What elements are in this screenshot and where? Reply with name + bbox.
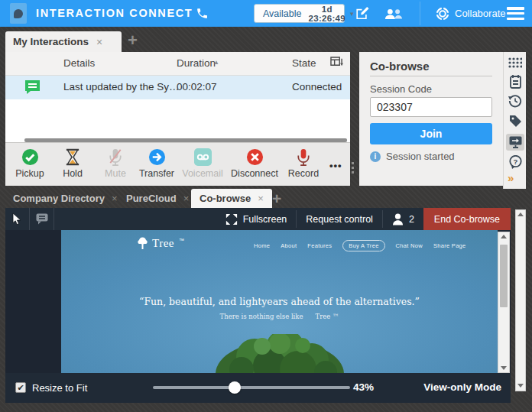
help-button[interactable]: ? (506, 154, 524, 170)
status-label: Available (263, 8, 302, 19)
collaborate-icon (436, 7, 449, 21)
page-tagline: “Fun, beautiful, and lightyears ahead of… (61, 296, 498, 307)
cobrowse-rail-button[interactable] (506, 134, 524, 151)
workspace-scrollbar[interactable] (515, 209, 526, 391)
page-brand: Tree (152, 237, 174, 250)
scroll-up-icon[interactable] (516, 212, 525, 216)
row-details: Last updated by the Sy… (63, 81, 180, 92)
close-icon[interactable]: × (183, 193, 190, 204)
status-timer: 1d 23:26:49 (309, 5, 345, 23)
column-duration[interactable]: Duration (177, 57, 216, 69)
tab-label: Company Directory (13, 193, 105, 204)
session-code-label: Session Code (370, 83, 432, 95)
nav-about[interactable]: About (281, 242, 297, 249)
column-picker-icon[interactable] (330, 57, 343, 69)
record-icon (296, 148, 311, 166)
column-details[interactable]: Details (63, 57, 95, 69)
collaborate-button[interactable]: Collaborate (428, 0, 514, 27)
pickup-label: Pickup (15, 168, 44, 179)
nav-share-page[interactable]: Share Page (433, 242, 466, 249)
disconnect-button[interactable]: Disconnect (235, 148, 274, 179)
resize-to-fit-checkbox[interactable]: ✔ (15, 382, 26, 393)
join-button[interactable]: Join (370, 123, 492, 144)
tag-icon (509, 115, 522, 128)
mute-label: Mute (105, 168, 126, 179)
add-tab-button[interactable]: + (128, 33, 138, 48)
clipboard-icon (510, 75, 521, 89)
cobrowse-side-panel: Co-browse Session Code Join i Session st… (359, 52, 503, 186)
cobrowse-toolbar: Fullscreen Request control 2 End Co-brow… (5, 208, 511, 230)
page-scrollbar[interactable] (498, 232, 510, 373)
record-button[interactable]: Record (284, 148, 323, 179)
call-controls-toolbar: Pickup Hold Mute Transfer Voicemail Disc… (5, 142, 350, 186)
request-control-button[interactable]: Request control (297, 208, 382, 230)
app-logo (10, 3, 27, 24)
zoom-slider-thumb[interactable] (229, 381, 241, 394)
add-tab-button[interactable]: + (272, 190, 281, 208)
zoom-value: 43% (353, 381, 374, 393)
mute-button: Mute (96, 148, 135, 179)
collapse-rail-button[interactable]: » (508, 171, 514, 184)
page-logo: Tree ™ (138, 237, 184, 250)
fullscreen-button[interactable]: Fullscreen (216, 208, 297, 230)
person-icon (392, 213, 404, 225)
pickup-button[interactable]: Pickup (10, 148, 50, 179)
request-control-label: Request control (306, 214, 373, 225)
directory-button[interactable] (382, 5, 405, 22)
status-selector[interactable]: Available 1d 23:26:49 ▾ (254, 4, 345, 23)
mute-icon (108, 148, 123, 166)
interaction-row[interactable]: Last updated by the Sy… 00:02:07 Connect… (5, 76, 350, 99)
hold-button[interactable]: Hold (53, 148, 92, 179)
transfer-button[interactable]: Transfer (137, 148, 177, 179)
tab-my-interactions[interactable]: My Interactions × (5, 31, 122, 52)
more-options-button[interactable]: ••• (329, 160, 342, 171)
primary-tab-strip: My Interactions × + (0, 27, 532, 52)
compose-icon (355, 7, 369, 21)
grid-header: Details Duration ▲ State (5, 52, 350, 76)
nav-home[interactable]: Home (254, 242, 270, 249)
history-button[interactable] (506, 92, 524, 109)
collaborate-label: Collaborate (455, 8, 506, 19)
pointer-tool-button[interactable] (5, 208, 30, 230)
chat-tool-button[interactable] (30, 208, 54, 230)
tab-label: Co-browse (200, 193, 251, 204)
end-cobrowse-button[interactable]: End Co-browse (423, 208, 511, 230)
shared-web-page: Tree ™ Home About Features Buy A Tree Ch… (61, 230, 498, 373)
resize-to-fit-label: Resize to Fit (32, 382, 87, 394)
disconnect-label: Disconnect (231, 168, 278, 179)
tab-label: My Interactions (13, 36, 89, 47)
scrollbar-thumb[interactable] (500, 245, 508, 307)
apps-button[interactable] (506, 54, 524, 71)
cobrowse-status-bar: ✔ Resize to Fit 43% View-only Mode (5, 373, 511, 403)
compose-button[interactable] (350, 5, 373, 22)
tab-cobrowse[interactable]: Co-browse × (191, 189, 272, 208)
zoom-slider-track[interactable] (153, 386, 350, 389)
scroll-down-icon[interactable] (498, 366, 509, 370)
tags-button[interactable] (506, 112, 524, 129)
close-icon[interactable]: × (258, 193, 264, 204)
nav-buy-a-tree[interactable]: Buy A Tree (342, 240, 384, 251)
apps-grid-icon (508, 57, 522, 68)
hold-icon (65, 148, 80, 166)
tab-purecloud[interactable]: PureCloud × (126, 189, 189, 208)
scroll-down-icon[interactable] (516, 384, 525, 388)
page-subline: There is nothing else likeTree ™ (61, 313, 498, 320)
column-state[interactable]: State (292, 57, 316, 69)
close-icon[interactable]: × (112, 193, 118, 204)
sort-asc-icon[interactable]: ▲ (213, 59, 219, 66)
voicemail-label: Voicemail (182, 168, 223, 179)
nav-features[interactable]: Features (307, 242, 332, 249)
close-icon[interactable]: × (96, 36, 102, 48)
help-icon: ? (509, 155, 522, 169)
notes-button[interactable] (506, 73, 524, 90)
menu-button[interactable] (507, 7, 524, 20)
tab-company-directory[interactable]: Company Directory × (13, 189, 118, 208)
session-code-input[interactable] (370, 97, 492, 117)
phone-icon (196, 7, 209, 20)
record-label: Record (288, 168, 319, 179)
panel-title: Co-browse (370, 60, 430, 73)
nav-chat-now[interactable]: Chat Now (396, 242, 423, 249)
participants-button[interactable]: 2 (383, 208, 423, 230)
scroll-up-icon[interactable] (498, 235, 509, 238)
panel-splitter[interactable] (352, 162, 354, 174)
